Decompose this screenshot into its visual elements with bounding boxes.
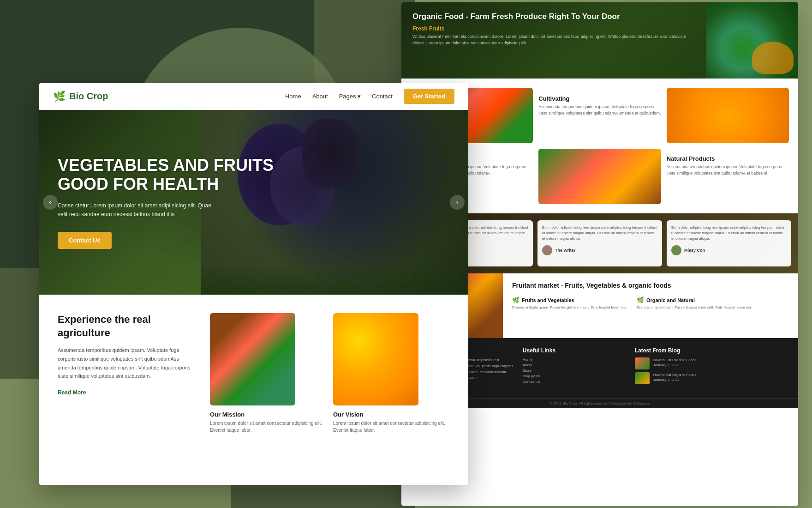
banner-title: Organic Food - Farm Fresh Produce Right … [412,12,695,22]
navbar: 🌿 Bio Crop Home About Pages ▾ Contact Ge… [39,83,468,110]
top-banner: Organic Food - Farm Fresh Produce Right … [401,2,798,79]
cult-img-mixed [538,149,661,204]
market-item-1: 🌿 Fruits and Vegetables Dramus a ligula … [512,294,627,310]
market-item-2: 🌿 Organic and Natural Dramus a ligula qu… [637,294,752,310]
hero-title: VEGETABLES AND FRUITS GOOD FOR HEALTH [58,156,274,194]
hero-arrow-right[interactable]: › [450,195,465,210]
about-img-oranges-container: Our Vision Lorem ipsum dolor sit amet co… [333,313,450,434]
market-item-title-2: 🌿 Organic and Natural [637,296,752,303]
cultivating-title: Cultivating [538,95,661,102]
natural-title: Natural Products [667,155,789,162]
testi-text-3: Enim dolor adipisic icing rem ipsum colo… [671,225,787,242]
get-started-button[interactable]: Get Started [404,89,454,104]
market-item-text-2: Dramus a ligula quam. Fusce feugiat orem… [637,305,752,310]
footer-blog-text-2: How to Eat Organic Foods [653,372,697,377]
testi-name-3: Missy Con [684,248,705,253]
main-card: 🌿 Bio Crop Home About Pages ▾ Contact Ge… [39,83,468,485]
about-img-veggies [210,313,295,405]
market-items: 🌿 Fruits and Vegetables Dramus a ligula … [512,294,789,310]
mission-text: Lorem ipsum dolor sit amet consectetur a… [210,420,327,434]
cult-card-3 [538,149,661,204]
nav-links: Home About Pages ▾ Contact Get Started [285,89,454,104]
vision-title: Our Vision [333,411,450,418]
vision-section: Our Vision Lorem ipsum dolor sit amet co… [333,411,450,434]
footer-blog-title: Latest From Blog [635,347,789,354]
footer-blog-text-1: How to Eat Organic Foods [653,357,697,363]
logo-text: Bio Crop [69,91,108,102]
read-more-link[interactable]: Read More [58,389,86,396]
mission-title: Our Mission [210,411,327,418]
about-img-veggies-container: Our Mission Lorem ipsum dolor sit amet c… [210,313,327,434]
hero-subtitle: Conse ctetur.Lorem ipsum dolor sit amet … [58,201,215,219]
footer-link-about[interactable]: About [523,363,626,367]
banner-text: Writtco placerat mrelifeat rela concaluv… [412,34,695,46]
banner-image [706,2,798,79]
footer-blog-item-2: How to Eat Organic Foods January 2, 2021 [635,372,789,384]
footer-blog-thumb-1 [635,357,650,369]
about-section: Experience the real agriculture Assumend… [39,295,468,448]
footer-blog-item-1: How to Eat Organic Foods January 2, 2021 [635,357,789,369]
logo-icon: 🌿 [53,91,66,103]
basket-overlay [752,42,794,74]
cult-img-oranges [667,88,789,143]
footer-blog-date-1: January 2, 2021 [653,363,697,368]
hero-content: VEGETABLES AND FRUITS GOOD FOR HEALTH Co… [39,156,292,249]
testi-author-2: The Writer [542,245,657,255]
testi-card-3: Enim dolor adipisic icing rem ipsum colo… [667,220,791,266]
testi-text-2: Enim dolor adipisic icing rem ipsum colo… [542,225,657,242]
nav-about[interactable]: About [312,93,328,100]
about-images: Our Mission Lorem ipsum dolor sit amet c… [210,313,450,434]
testi-avatar-3 [671,245,681,255]
market-title: Fruitant market - Fruits, Vegetables & o… [512,282,789,289]
footer-col-blog: Latest From Blog How to Eat Organic Food… [635,347,789,393]
testi-name-2: The Writer [555,248,575,253]
footer-link-blog[interactable]: Blog posts [523,374,626,378]
contact-us-button[interactable]: Contact Us [58,232,112,249]
testi-avatar-2 [542,245,552,255]
cultivating-text: Assumenda temporibus quidem ipsam. Volup… [538,104,661,116]
footer-blog-date-2: January 2, 2021 [653,377,697,382]
natural-text: Assumenda temporibus quidem ipsam. Volup… [667,164,789,176]
footer-blog-thumb-2 [635,372,650,384]
footer-link-contact[interactable]: Contact us [523,380,626,384]
about-body: Assumenda temporibus quidem ipsam. Volup… [58,346,196,381]
about-text: Experience the real agriculture Assumend… [58,313,196,434]
testi-card-2: Enim dolor adipisic icing rem ipsum colo… [537,220,662,266]
mission-section: Our Mission Lorem ipsum dolor sit amet c… [210,411,327,434]
nav-pages[interactable]: Pages ▾ [339,93,361,100]
footer-links-title: Useful Links [523,347,626,354]
market-content: Fruitant market - Fruits, Vegetables & o… [503,273,798,338]
banner-content: Organic Food - Farm Fresh Produce Right … [401,2,706,79]
vision-text: Lorem ipsum dolor sit amet consectetur a… [333,420,450,434]
footer-col-links: Useful Links Home About Store Blog posts… [523,347,626,393]
about-img-oranges [333,313,418,405]
leaf-icon-2: 🌿 [637,296,644,303]
market-item-title-1: 🌿 Fruits and Vegetables [512,296,627,303]
footer-link-store[interactable]: Store [523,369,626,373]
about-title: Experience the real agriculture [58,313,196,339]
footer-link-home[interactable]: Home [523,357,626,362]
cult-center: Cultivating Assumenda temporibus quidem … [538,88,661,143]
cult-natural: Natural Products Assumenda temporibus qu… [667,149,789,204]
nav-contact[interactable]: Contact [372,93,393,100]
hero-arrow-left[interactable]: ‹ [43,195,58,210]
testi-author-3: Missy Con [671,245,787,255]
leaf-icon-1: 🌿 [512,296,519,303]
nav-home[interactable]: Home [285,93,301,100]
hero-section: ‹ VEGETABLES AND FRUITS GOOD FOR HEALTH … [39,110,468,295]
logo: 🌿 Bio Crop [53,91,108,103]
market-item-text-1: Dramus a ligula quam. Fusce feugiat orem… [512,305,627,310]
banner-subtitle: Fresh Fruits [412,25,695,32]
cult-card-2 [667,88,789,143]
